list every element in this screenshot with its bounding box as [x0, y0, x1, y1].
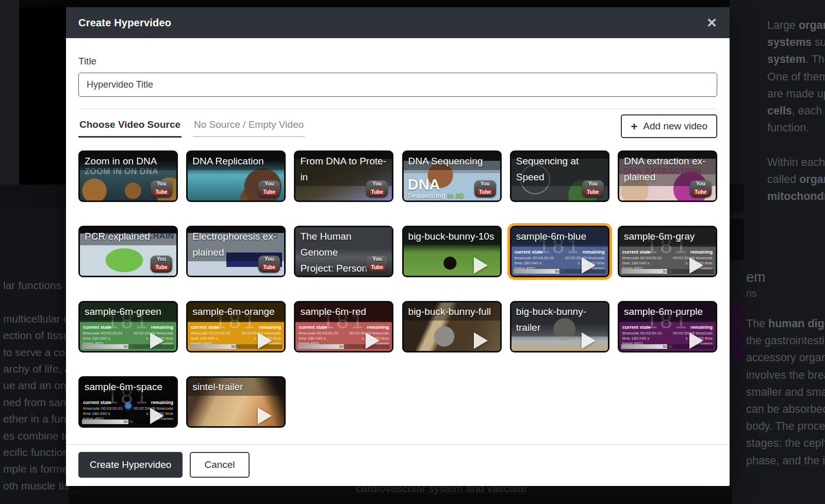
backdrop-text-line: accessory organ [746, 349, 825, 366]
backdrop-left-strip [0, 0, 19, 184]
video-card-dna-replication[interactable]: DNA ReplicationYouTube [186, 150, 286, 202]
video-card-sample-6m-green[interactable]: 181sample-6m-greencurrent statetimecode … [78, 301, 178, 352]
create-hypervideo-button[interactable]: Create Hypervideo [78, 452, 183, 478]
video-card-electrophoresis-explained[interactable]: ELECTROPHORESISElectrophoresis ex- plain… [186, 226, 286, 277]
add-new-video-label: Add new video [643, 121, 707, 132]
backdrop-text-line [767, 137, 825, 154]
play-icon [366, 332, 380, 349]
video-title: big-buck-bunny- trailer [512, 303, 608, 337]
backdrop-text-line: Within each [767, 154, 825, 171]
video-thumbnail: 181sample-6m-spacecurrent statetimecode … [80, 378, 176, 426]
video-card-sample-6m-red[interactable]: 181sample-6m-redcurrent statetimecode 00… [294, 301, 393, 352]
dialog-header: Create Hypervideo ✕ [66, 7, 730, 38]
youtube-badge-icon: YouTube [690, 180, 712, 197]
video-thumbnail: sintel-trailer [188, 378, 284, 426]
video-card-dna-sequencing[interactable]: DNA SequencingDNASequencing in 3DYouTube [402, 150, 502, 202]
play-icon [258, 332, 272, 349]
video-title: DNA Sequencing [404, 152, 500, 170]
tab-choose-video-source[interactable]: Choose Video Source [78, 114, 182, 138]
youtube-badge-icon: YouTube [582, 180, 604, 197]
video-grid: ZOOM IN ON DNAZoom in on DNAYouTubeDNA R… [78, 150, 717, 428]
backdrop-bottom-bar [69, 495, 732, 504]
backdrop-thumbnail-fragment [730, 300, 744, 359]
video-card-sample-6m-gray[interactable]: 181sample-6m-graycurrent statetimecode 0… [618, 226, 717, 277]
play-icon [474, 257, 488, 274]
thumbnail-caption-dna: DNASequencing in 3D [408, 178, 464, 199]
play-icon [150, 332, 164, 349]
play-icon [150, 408, 164, 424]
youtube-badge-icon: YouTube [366, 256, 388, 273]
backdrop-text-line: are made up [767, 86, 825, 103]
video-thumbnail: 181sample-6m-orangecurrent statetimecode… [188, 303, 284, 351]
backdrop-text-line: phase, and the in [746, 452, 825, 469]
youtube-badge-icon: YouTube [151, 256, 172, 273]
dialog-title: Create Hypervideo [78, 17, 171, 29]
video-title: sintel-trailer [188, 378, 284, 396]
tab-no-source-empty-video[interactable]: No Source / Empty Video [193, 114, 305, 137]
video-card-pcr-explained[interactable]: POLYMERASE CHAIN REACTIONPCR explainedYo… [78, 226, 178, 277]
backdrop-subheading-fragment: ns [746, 288, 757, 299]
video-title: sample-6m-blue [512, 227, 608, 245]
close-icon[interactable]: ✕ [706, 16, 717, 29]
video-thumbnail: From DNA to Prote- inYouTube [295, 152, 392, 200]
video-thumbnail: The Human Genome Project: PersonalYouTub… [295, 227, 392, 276]
video-title: sample-6m-space [80, 378, 176, 396]
backdrop-text-right-top: Large organsystems sucsystem. TheOne of … [767, 17, 825, 205]
backdrop-text-line: called organ [767, 171, 825, 188]
video-card-sintel-trailer[interactable]: sintel-trailer [186, 376, 286, 428]
backdrop-text-line: smaller and sma [746, 384, 825, 401]
backdrop-text-line: mitochondri [767, 188, 825, 205]
backdrop-text-line: The human dige [746, 315, 825, 332]
video-thumbnail: 181sample-6m-bluecurrent statetimecode 0… [512, 227, 608, 276]
video-thumbnail: Sequencing at SpeedYouTube [512, 152, 608, 200]
dialog-body: Title Choose Video Source No Source / Em… [66, 38, 730, 444]
backdrop-top-bar [19, 0, 732, 7]
backdrop-text-line: system. The [767, 51, 825, 68]
video-card-sample-6m-space[interactable]: 181sample-6m-spacecurrent statetimecode … [78, 376, 178, 428]
video-thumbnail: DNA EXTRACTIONDNA extraction ex- plained… [619, 152, 716, 200]
video-title: sample-6m-red [295, 303, 392, 321]
backdrop-text-line: Large organ [767, 17, 825, 34]
cancel-button[interactable]: Cancel [190, 452, 249, 478]
youtube-badge-icon: YouTube [474, 180, 496, 197]
video-title: sample-6m-green [80, 303, 176, 321]
backdrop-text-line: One of them [767, 69, 825, 86]
video-card-big-buck-bunny-10s[interactable]: big-buck-bunny-10s [402, 226, 502, 277]
video-card-zoom-in-on-dna[interactable]: ZOOM IN ON DNAZoom in on DNAYouTube [78, 150, 178, 202]
video-card-from-dna-to-protein[interactable]: From DNA to Prote- inYouTube [294, 150, 393, 202]
backdrop-thumbnail-fragment [730, 184, 744, 213]
backdrop-text-line: stages: the ceph [746, 435, 825, 452]
video-thumbnail: 181sample-6m-purplecurrent statetimecode… [619, 303, 716, 351]
create-hypervideo-dialog: Create Hypervideo ✕ Title Choose Video S… [66, 7, 730, 486]
video-thumbnail: big-buck-bunny-10s [404, 227, 500, 276]
video-card-sample-6m-purple[interactable]: 181sample-6m-purplecurrent statetimecode… [618, 301, 717, 352]
video-thumbnail: big-buck-bunny-full [404, 303, 500, 351]
video-title: PCR explained [80, 227, 176, 245]
video-card-sample-6m-orange[interactable]: 181sample-6m-orangecurrent statetimecode… [186, 301, 286, 352]
video-thumbnail: big-buck-bunny- trailer [512, 303, 608, 351]
youtube-badge-icon: YouTube [258, 180, 280, 197]
video-card-the-human-genome-project[interactable]: The Human Genome Project: PersonalYouTub… [294, 226, 393, 277]
youtube-badge-icon: YouTube [151, 180, 172, 197]
video-thumbnail: DNA ReplicationYouTube [188, 152, 284, 200]
backdrop-left-band [0, 184, 69, 208]
video-title: big-buck-bunny-full [404, 303, 500, 321]
divider [78, 109, 717, 109]
play-icon [689, 257, 703, 274]
backdrop-text-line: systems suc [767, 34, 825, 51]
backdrop-text-line: cells, each s [767, 103, 825, 120]
video-card-dna-extraction-explained[interactable]: DNA EXTRACTIONDNA extraction ex- plained… [618, 150, 717, 202]
video-card-big-buck-bunny-trailer[interactable]: big-buck-bunny- trailer [510, 301, 609, 352]
play-icon [258, 408, 272, 424]
title-input[interactable] [78, 73, 717, 97]
video-card-big-buck-bunny-full[interactable]: big-buck-bunny-full [402, 301, 502, 352]
add-new-video-button[interactable]: + Add new video [621, 114, 717, 138]
video-card-sequencing-at-speed[interactable]: Sequencing at SpeedYouTube [510, 150, 609, 202]
video-thumbnail: 181sample-6m-greencurrent statetimecode … [80, 303, 176, 351]
backdrop-text-line: involves the brea [746, 367, 825, 384]
video-title: big-buck-bunny-10s [404, 227, 500, 245]
youtube-badge-icon: YouTube [366, 180, 388, 197]
backdrop-text-line: can be absorbed [746, 401, 825, 418]
video-card-sample-6m-blue[interactable]: 181sample-6m-bluecurrent statetimecode 0… [510, 226, 609, 277]
play-icon [474, 332, 488, 349]
